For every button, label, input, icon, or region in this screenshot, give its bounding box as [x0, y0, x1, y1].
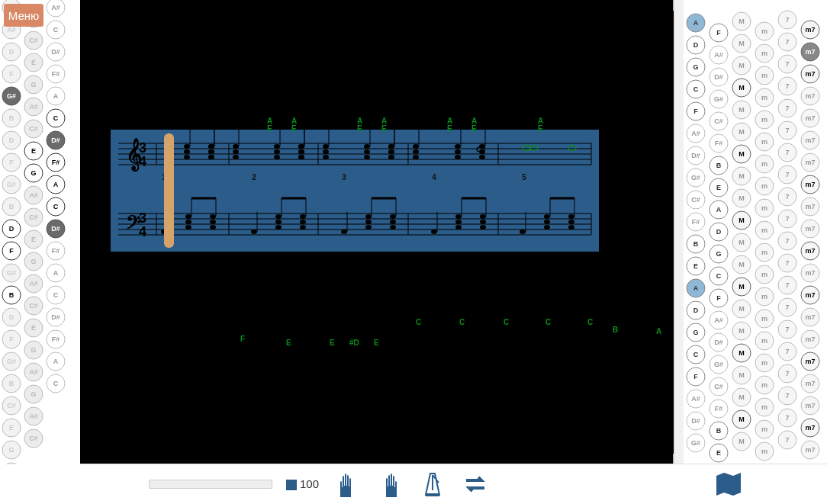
accordion-button[interactable]: E — [710, 178, 728, 197]
accordion-button[interactable]: A — [47, 87, 65, 105]
accordion-button[interactable]: m7 — [801, 220, 819, 238]
accordion-button[interactable]: B — [2, 197, 21, 216]
accordion-button[interactable]: M — [732, 79, 751, 97]
accordion-button[interactable]: m7 — [801, 109, 819, 127]
accordion-button[interactable]: M — [732, 255, 751, 274]
accordion-button[interactable]: 7 — [778, 165, 796, 184]
accordion-button[interactable]: G# — [2, 352, 21, 371]
accordion-button[interactable]: F — [687, 102, 705, 120]
accordion-button[interactable]: M — [732, 366, 751, 384]
accordion-button[interactable]: A# — [24, 186, 43, 204]
accordion-button[interactable]: m — [755, 420, 774, 438]
accordion-button[interactable]: m7 — [801, 242, 819, 260]
accordion-button[interactable]: A — [687, 14, 705, 32]
accordion-button[interactable]: 7 — [778, 320, 796, 339]
accordion-button[interactable]: F# — [710, 400, 728, 418]
accordion-button[interactable]: C — [687, 80, 705, 98]
accordion-button[interactable]: C# — [710, 112, 728, 130]
accordion-button[interactable]: D# — [47, 308, 65, 326]
accordion-button[interactable]: F# — [47, 153, 65, 172]
accordion-button[interactable]: m7 — [801, 65, 819, 83]
accordion-button[interactable]: m — [755, 177, 774, 195]
accordion-button[interactable]: m7 — [801, 43, 819, 61]
accordion-button[interactable]: 7 — [778, 232, 796, 250]
accordion-button[interactable]: A — [687, 279, 705, 297]
accordion-button[interactable]: C# — [24, 208, 43, 226]
minimap-toggle[interactable] — [714, 470, 743, 499]
accordion-button[interactable]: F# — [710, 134, 728, 152]
accordion-button[interactable]: m — [755, 66, 774, 85]
accordion-button[interactable]: C — [47, 21, 65, 39]
accordion-button[interactable]: M — [732, 56, 751, 75]
accordion-button[interactable]: M — [732, 410, 751, 429]
accordion-button[interactable]: A# — [710, 46, 728, 64]
accordion-button[interactable]: G — [24, 385, 43, 403]
accordion-button[interactable]: C# — [24, 31, 43, 50]
accordion-button[interactable]: A# — [710, 311, 728, 329]
accordion-button[interactable]: G — [24, 341, 43, 359]
accordion-button[interactable]: m — [755, 155, 774, 173]
accordion-button[interactable]: D — [710, 223, 728, 241]
accordion-button[interactable]: G# — [687, 169, 705, 187]
accordion-button[interactable]: M — [732, 167, 751, 185]
accordion-button[interactable]: D — [687, 36, 705, 54]
accordion-button[interactable]: C# — [24, 120, 43, 138]
accordion-button[interactable]: m — [755, 88, 774, 107]
accordion-button[interactable]: A# — [687, 124, 705, 143]
accordion-button[interactable]: D# — [47, 43, 65, 61]
accordion-button[interactable]: m — [755, 22, 774, 40]
accordion-button[interactable]: 7 — [778, 254, 796, 272]
accordion-button[interactable]: M — [732, 145, 751, 163]
accordion-button[interactable]: m7 — [801, 308, 819, 326]
accordion-button[interactable]: G# — [687, 434, 705, 452]
accordion-button[interactable]: C# — [2, 396, 21, 415]
accordion-button[interactable]: G — [24, 164, 43, 182]
accordion-button[interactable]: F — [710, 289, 728, 307]
accordion-button[interactable]: G# — [2, 175, 21, 194]
accordion-button[interactable]: G — [24, 75, 43, 94]
accordion-button[interactable]: m7 — [801, 419, 819, 437]
accordion-button[interactable]: A — [710, 201, 728, 219]
accordion-button[interactable]: E — [24, 319, 43, 337]
accordion-button[interactable]: D — [2, 220, 21, 238]
accordion-button[interactable]: m7 — [801, 374, 819, 393]
accordion-button[interactable]: G# — [710, 355, 728, 374]
accordion-button[interactable]: m7 — [801, 352, 819, 371]
accordion-button[interactable]: D — [687, 301, 705, 319]
accordion-button[interactable]: m — [755, 221, 774, 239]
accordion-button[interactable]: 7 — [778, 364, 796, 383]
accordion-button[interactable]: m7 — [801, 175, 819, 194]
accordion-button[interactable]: E — [24, 142, 43, 160]
accordion-button[interactable]: C — [47, 197, 65, 216]
loop-toggle[interactable] — [461, 470, 490, 499]
accordion-button[interactable]: A# — [24, 98, 43, 116]
accordion-button[interactable]: 7 — [778, 99, 796, 117]
accordion-button[interactable]: B — [2, 374, 21, 393]
accordion-button[interactable]: F# — [687, 213, 705, 231]
progress-bar[interactable] — [149, 480, 272, 489]
accordion-button[interactable]: G# — [2, 264, 21, 282]
accordion-button[interactable]: 7 — [778, 298, 796, 316]
accordion-button[interactable]: E — [710, 444, 728, 462]
accordion-button[interactable]: G — [710, 245, 728, 263]
accordion-button[interactable]: M — [732, 432, 751, 451]
accordion-button[interactable]: m7 — [801, 286, 819, 304]
accordion-button[interactable]: G — [2, 441, 21, 459]
accordion-button[interactable]: G# — [710, 90, 728, 108]
accordion-button[interactable]: F — [2, 153, 21, 172]
accordion-button[interactable]: G — [687, 323, 705, 342]
accordion-button[interactable]: 7 — [778, 188, 796, 206]
accordion-button[interactable]: E — [24, 53, 43, 72]
accordion-button[interactable]: M — [732, 300, 751, 318]
playhead-cursor[interactable] — [164, 133, 174, 248]
accordion-button[interactable]: C — [47, 374, 65, 393]
accordion-button[interactable]: 7 — [778, 55, 796, 73]
accordion-button[interactable]: M — [732, 233, 751, 252]
accordion-button[interactable]: A — [47, 264, 65, 282]
metronome-toggle[interactable] — [418, 470, 447, 499]
accordion-button[interactable]: G — [687, 58, 705, 76]
accordion-button[interactable]: A — [47, 175, 65, 194]
accordion-button[interactable]: B — [710, 156, 728, 175]
accordion-button[interactable]: G# — [2, 87, 21, 105]
accordion-button[interactable]: m7 — [801, 441, 819, 459]
